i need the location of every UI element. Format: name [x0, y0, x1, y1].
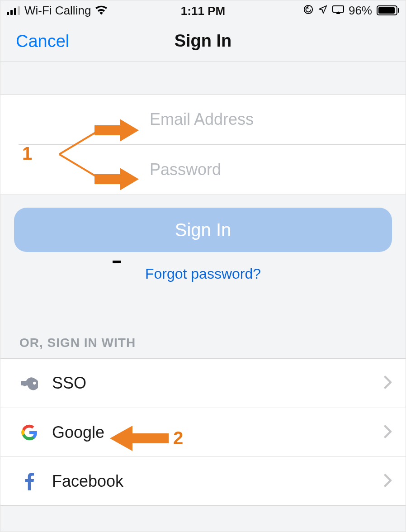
cell-signal-icon: [7, 6, 20, 15]
chevron-right-icon: [384, 425, 392, 440]
sso-label: SSO: [52, 374, 86, 393]
svg-rect-1: [333, 6, 344, 12]
password-field[interactable]: [150, 160, 387, 179]
facebook-row[interactable]: Facebook: [0, 456, 406, 505]
battery-icon: [377, 5, 399, 15]
nav-bar: Cancel Sign In: [0, 20, 406, 62]
sso-row[interactable]: SSO: [0, 359, 406, 408]
chevron-right-icon: [384, 474, 392, 489]
carrier-label: Wi-Fi Calling: [24, 4, 91, 18]
wifi-icon: [95, 4, 107, 18]
spacer: [0, 62, 406, 95]
alt-signin-list: SSO Google Facebook: [0, 358, 406, 506]
annotation-number-1: 1: [22, 143, 32, 164]
key-icon: [19, 375, 39, 392]
location-icon: [318, 4, 328, 18]
signin-screen: Wi-Fi Calling 1:11 PM 96% Cancel Sign In: [0, 0, 406, 532]
facebook-icon: [19, 472, 39, 490]
google-label: Google: [52, 423, 104, 442]
google-icon: [19, 424, 39, 441]
clock-label: 1:11 PM: [181, 4, 225, 18]
rotation-lock-icon: [303, 4, 313, 18]
page-title: Sign In: [175, 31, 232, 51]
forgot-password-link[interactable]: Forgot password?: [14, 266, 392, 282]
cancel-button[interactable]: Cancel: [16, 31, 69, 51]
annotation-number-2: 2: [173, 428, 183, 448]
battery-pct-label: 96%: [349, 4, 372, 18]
email-field[interactable]: [150, 110, 387, 129]
chevron-right-icon: [384, 375, 392, 391]
google-row[interactable]: Google: [0, 408, 406, 456]
status-bar: Wi-Fi Calling 1:11 PM 96%: [0, 0, 406, 20]
credentials-group: [0, 95, 406, 195]
signin-button[interactable]: Sign In: [14, 208, 392, 252]
facebook-label: Facebook: [52, 472, 123, 491]
alt-signin-heading: OR, SIGN IN WITH: [0, 282, 406, 358]
airplay-icon: [332, 4, 344, 18]
caret-mark: [113, 261, 121, 263]
